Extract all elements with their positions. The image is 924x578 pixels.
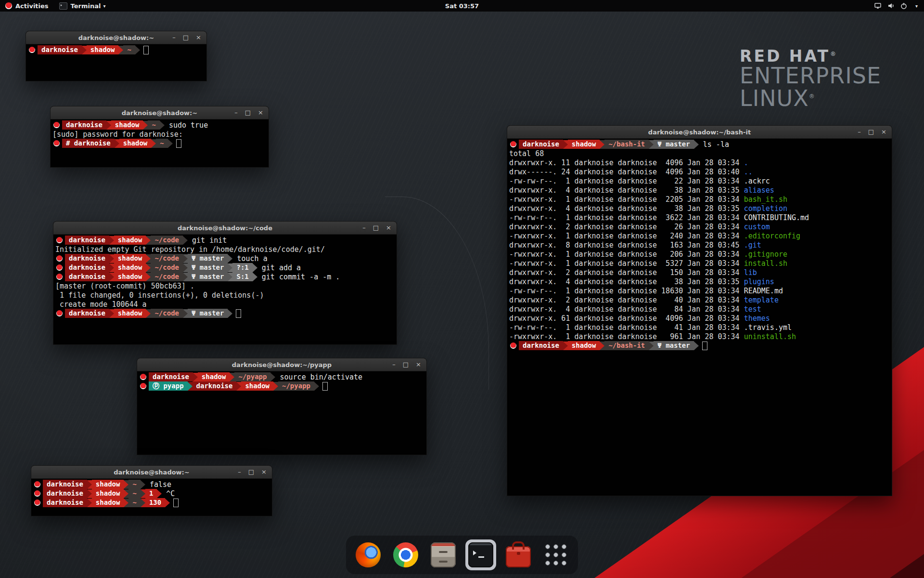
close-button[interactable]: × bbox=[258, 106, 263, 119]
window-titlebar[interactable]: darknoise@shadow:~/pyapp–□× bbox=[137, 358, 426, 371]
dock-terminal-icon[interactable] bbox=[465, 539, 496, 570]
logo-red-hat: RED HAT® bbox=[740, 48, 881, 65]
command-text: git add a bbox=[257, 263, 301, 272]
terminal-line: drwxrwxr-x. 4 darknoise darknoise 38 Jan… bbox=[509, 204, 890, 213]
window-titlebar[interactable]: darknoise@shadow:~–□× bbox=[31, 466, 272, 479]
terminal-content[interactable]: darknoiseshadow~ falsedarknoiseshadow~1 … bbox=[31, 479, 272, 518]
window-title: darknoise@shadow:~/pyapp bbox=[137, 361, 426, 368]
terminal-app-icon bbox=[59, 2, 67, 10]
prompt-segment: shadow bbox=[114, 236, 146, 245]
file-cabinet-icon bbox=[431, 542, 456, 567]
terminal-content[interactable]: darknoiseshadow~ bbox=[26, 44, 206, 83]
dock-app-grid-icon[interactable] bbox=[540, 539, 571, 570]
terminal-line: drwxrwxr-x. 11 darknoise darknoise 4096 … bbox=[509, 158, 890, 167]
maximize-button[interactable]: □ bbox=[868, 126, 874, 138]
ls-row-meta: -rwxrwxr-x. 1 darknoise darknoise 206 Ja… bbox=[509, 250, 744, 259]
prompt-segment: Ψ master bbox=[188, 254, 228, 263]
close-button[interactable]: × bbox=[196, 31, 201, 44]
minimize-button[interactable]: – bbox=[858, 126, 861, 138]
minimize-button[interactable]: – bbox=[238, 466, 241, 478]
command-text: git init bbox=[188, 236, 227, 245]
powerline-separator-icon bbox=[106, 121, 111, 130]
ls-row-meta: drwx------. 24 darknoise darknoise 4096 … bbox=[509, 168, 744, 176]
terminal-line: -rwxrwxr-x. 1 darknoise darknoise 5327 J… bbox=[509, 259, 890, 268]
terminal-window-pyapp: darknoise@shadow:~/pyapp–□×darknoiseshad… bbox=[137, 358, 427, 455]
window-titlebar[interactable]: darknoise@shadow:~/bash-it–□× bbox=[507, 126, 892, 139]
powerline-separator-icon bbox=[228, 273, 232, 281]
prompt-segment: darknoise bbox=[65, 263, 109, 272]
minimize-button[interactable]: – bbox=[392, 358, 396, 371]
maximize-button[interactable]: □ bbox=[183, 31, 189, 44]
command-text: false bbox=[145, 480, 171, 489]
terminal-window-sudo: darknoise@shadow:~–□×darknoiseshadow~ su… bbox=[50, 106, 269, 168]
terminal-content[interactable]: darknoiseshadow~/pyapp source bin/activa… bbox=[137, 371, 426, 457]
powerline-separator-icon bbox=[141, 489, 145, 498]
app-menu-terminal[interactable]: Terminal ▾ bbox=[54, 0, 111, 12]
powerline-separator-icon bbox=[124, 480, 128, 489]
powerline-separator-icon bbox=[109, 273, 114, 281]
ls-row-meta: -rw-rw-r--. 1 darknoise darknoise 22 Jan… bbox=[509, 177, 744, 185]
command-text: ls -la bbox=[699, 140, 729, 149]
terminal-window-bashit: darknoise@shadow:~/bash-it–□×darknoisesh… bbox=[507, 125, 892, 496]
window-titlebar[interactable]: darknoise@shadow:~–□× bbox=[26, 31, 206, 44]
dock-toolbox-icon[interactable] bbox=[503, 539, 534, 570]
window-controls: –□× bbox=[238, 466, 272, 478]
prompt-segment: Ψ master bbox=[654, 341, 693, 350]
terminal-content[interactable]: darknoiseshadow~ sudo true[sudo] passwor… bbox=[51, 119, 269, 169]
terminal-line: drwxrwxr-x. 4 darknoise darknoise 38 Jan… bbox=[509, 185, 890, 195]
ls-filename: README.md bbox=[744, 287, 783, 295]
terminal-line: -rw-rw-r--. 1 darknoise darknoise 41 Jan… bbox=[509, 323, 890, 332]
prompt-segment: ~ bbox=[148, 120, 159, 130]
close-button[interactable]: × bbox=[386, 222, 391, 234]
powerline-separator-icon bbox=[228, 254, 232, 263]
terminal-content[interactable]: darknoiseshadow~/bash-itΨ master ls -lat… bbox=[507, 139, 892, 498]
terminal-cursor bbox=[176, 139, 181, 148]
volume-icon bbox=[887, 2, 895, 10]
window-titlebar[interactable]: darknoise@shadow:~/code–□× bbox=[53, 222, 397, 235]
ls-row-meta: drwxrwxr-x. 2 darknoise darknoise 26 Jan… bbox=[509, 223, 744, 231]
redhat-prompt-icon bbox=[510, 342, 516, 349]
terminal-content[interactable]: darknoiseshadow~/code git initInitialize… bbox=[53, 235, 397, 346]
prompt-segment: darknoise bbox=[65, 236, 109, 245]
clock[interactable]: Sat 03:57 bbox=[441, 1, 483, 11]
ls-row-meta: drwxrwxr-x. 4 darknoise darknoise 38 Jan… bbox=[509, 277, 744, 286]
maximize-button[interactable]: □ bbox=[373, 222, 379, 234]
powerline-separator-icon bbox=[109, 236, 114, 245]
activities-label: Activities bbox=[15, 2, 49, 10]
prompt-segment: shadow bbox=[92, 480, 124, 489]
powerline-separator-icon bbox=[82, 46, 87, 54]
minimize-button[interactable]: – bbox=[234, 106, 238, 119]
terminal-line: drwxrwxr-x. 8 darknoise darknoise 163 Ja… bbox=[509, 240, 890, 250]
system-status-area[interactable]: ▾ bbox=[868, 0, 924, 12]
prompt-segment: ~ bbox=[128, 480, 140, 489]
powerline-separator-icon bbox=[124, 499, 128, 507]
ls-row-meta: -rw-rw-r--. 1 darknoise darknoise 3622 J… bbox=[509, 213, 744, 222]
window-controls: –□× bbox=[392, 358, 426, 371]
dock-chrome-icon[interactable] bbox=[390, 539, 421, 570]
dock-firefox-icon[interactable] bbox=[353, 539, 384, 570]
minimize-button[interactable]: – bbox=[172, 31, 176, 44]
prompt-segment: darknoise bbox=[519, 140, 563, 149]
maximize-button[interactable]: □ bbox=[248, 466, 254, 478]
window-title: darknoise@shadow:~ bbox=[31, 469, 272, 476]
powerline-separator-icon bbox=[157, 489, 162, 498]
close-button[interactable]: × bbox=[416, 358, 421, 371]
minimize-button[interactable]: – bbox=[362, 222, 366, 234]
powerline-separator-icon bbox=[270, 373, 275, 381]
dock-files-icon[interactable] bbox=[428, 539, 459, 570]
window-titlebar[interactable]: darknoise@shadow:~–□× bbox=[51, 106, 269, 119]
prompt-segment: ~/code bbox=[151, 263, 183, 272]
activities-button[interactable]: Activities bbox=[0, 0, 54, 12]
powerline-separator-icon bbox=[193, 373, 198, 381]
firefox-icon bbox=[356, 542, 381, 567]
maximize-button[interactable]: □ bbox=[245, 106, 251, 119]
maximize-button[interactable]: □ bbox=[403, 358, 409, 371]
close-button[interactable]: × bbox=[261, 466, 267, 478]
output-text: 1 file changed, 0 insertions(+), 0 delet… bbox=[55, 291, 264, 300]
terminal-window-exitcodes: darknoise@shadow:~–□×darknoiseshadow~ fa… bbox=[31, 465, 272, 516]
powerline-separator-icon bbox=[165, 499, 170, 507]
top-bar: Activities Terminal ▾ Sat 03:57 ▾ bbox=[0, 0, 924, 12]
close-button[interactable]: × bbox=[881, 126, 886, 138]
redhat-prompt-icon bbox=[53, 140, 60, 146]
powerline-separator-icon bbox=[563, 140, 568, 149]
